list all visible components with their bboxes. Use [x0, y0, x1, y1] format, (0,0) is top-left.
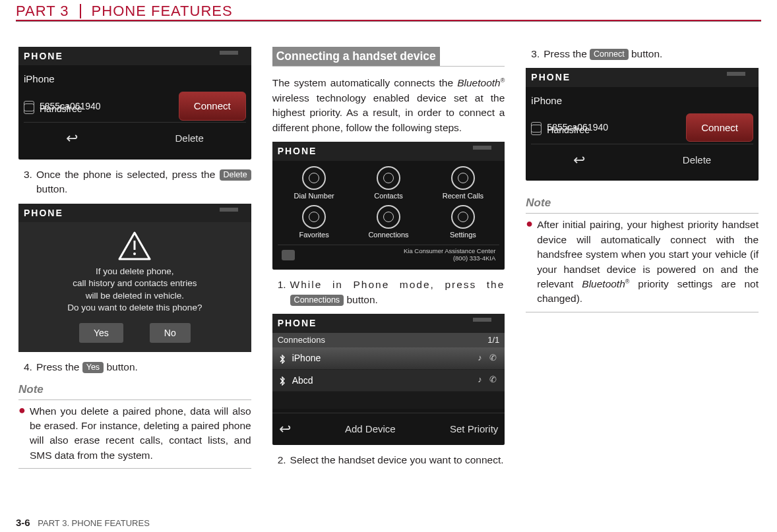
- column-1: PHONE iPhone 5855ca061940 Connect Handsf…: [18, 47, 251, 474]
- section-heading: Connecting a handset device: [272, 47, 440, 66]
- note-text: After initial pairing, your highest prio…: [537, 218, 759, 307]
- menu-favorites[interactable]: Favorites: [278, 204, 351, 242]
- screenshot-phone-connect-2: PHONE iPhone 5855ca061940 Connect Handsf…: [526, 68, 759, 181]
- header-rule-2: [16, 21, 761, 22]
- conn-title: Connections: [278, 334, 325, 347]
- footer-text: PART 3. PHONE FEATURES: [38, 518, 150, 528]
- status-icons: ♪ ✆: [478, 374, 499, 386]
- status-icons: ♪ ✆: [478, 352, 499, 365]
- note-heading: Note: [526, 195, 759, 214]
- step-2-select: 2. Select the handset device you want to…: [278, 453, 505, 467]
- step-1-connections: 1. While in Phone mode, press the Connec…: [278, 278, 505, 307]
- screenshot-phone-menu: PHONE Dial Number Contacts Recent Calls …: [272, 142, 505, 270]
- step-3-delete: 3. Once the phone is selected, press the…: [24, 167, 251, 197]
- conn-empty: [272, 392, 505, 409]
- bullet-icon: ●: [526, 218, 533, 307]
- svg-point-1: [133, 252, 136, 255]
- handsfree-icon: [24, 103, 34, 114]
- page-footer: 3-6 PART 3. PHONE FEATURES: [16, 517, 150, 528]
- page-header: PART 3 PHONE FEATURES: [0, 0, 777, 23]
- delete-pill: Delete: [220, 169, 251, 181]
- content-columns: PHONE iPhone 5855ca061940 Connect Handsf…: [0, 23, 777, 479]
- ss-handsfree: Handsfree: [547, 123, 590, 136]
- bluetooth-icon: [377, 205, 400, 229]
- handsfree-icon: [531, 125, 542, 135]
- star-icon: [302, 205, 326, 229]
- note-bullet: ● After initial pairing, your highest pr…: [526, 218, 759, 307]
- back-icon[interactable]: ↩: [573, 150, 585, 171]
- screenshot-phone-connect-1: PHONE iPhone 5855ca061940 Connect Handsf…: [18, 47, 251, 160]
- note-heading: Note: [18, 382, 251, 400]
- ss-device: iPhone: [531, 94, 562, 108]
- delete-button[interactable]: Delete: [175, 131, 203, 146]
- set-priority-button[interactable]: Set Priority: [450, 422, 498, 436]
- note-bullet: ● When you delete a paired phone, data w…: [18, 404, 251, 463]
- screenshot-connections: PHONE Connections1/1 iPhone ♪ ✆ Abcd ♪ ✆…: [272, 314, 505, 445]
- connect-button[interactable]: Connect: [686, 113, 753, 142]
- bluetooth-icon: [278, 376, 287, 385]
- gear-icon: [451, 205, 475, 229]
- warning-icon: [118, 231, 151, 260]
- conn-count: 1/1: [487, 334, 499, 347]
- menu-connections[interactable]: Connections: [352, 204, 425, 242]
- yes-pill: Yes: [82, 362, 104, 373]
- chapter-title: PHONE FEATURES: [92, 3, 233, 20]
- contacts-icon: [377, 166, 400, 190]
- intro-paragraph: The system automatically connects the Bl…: [272, 76, 505, 135]
- recent-icon: [451, 166, 475, 190]
- conn-row-1[interactable]: iPhone ♪ ✆: [272, 347, 505, 369]
- note-rule: [18, 468, 251, 469]
- connect-pill: Connect: [590, 49, 629, 60]
- ss-title: PHONE: [272, 142, 505, 160]
- ss-title: PHONE: [18, 204, 251, 222]
- part-label: PART 3: [16, 3, 80, 20]
- note-text: When you delete a paired phone, data wil…: [30, 404, 251, 463]
- page-number: 3-6: [16, 517, 30, 528]
- music-icon[interactable]: [282, 250, 295, 260]
- add-device-button[interactable]: Add Device: [345, 422, 396, 436]
- yes-button[interactable]: Yes: [79, 323, 123, 343]
- ss-title: PHONE: [526, 68, 759, 86]
- connect-button[interactable]: Connect: [179, 92, 246, 121]
- bluetooth-icon: [278, 354, 287, 363]
- menu-settings[interactable]: Settings: [426, 204, 499, 242]
- kia-assist-text: Kia Consumer Assistance Center(800) 333-…: [404, 248, 495, 262]
- column-3: 3. Press the Connect button. PHONE iPhon…: [526, 47, 759, 474]
- conn-row-2[interactable]: Abcd ♪ ✆: [272, 370, 505, 392]
- note-rule: [526, 312, 759, 312]
- ss-title: PHONE: [272, 314, 505, 332]
- ss-handsfree: Handsfree: [40, 102, 82, 115]
- ss-title: PHONE: [18, 47, 251, 65]
- menu-dial-number[interactable]: Dial Number: [278, 165, 351, 203]
- section-heading-wrap: Connecting a handset device: [272, 47, 505, 67]
- phone-icon: [302, 166, 326, 190]
- connections-pill: Connections: [290, 295, 344, 306]
- no-button[interactable]: No: [150, 323, 191, 343]
- step-3-connect: 3. Press the Connect button.: [531, 47, 759, 61]
- header-divider: [80, 4, 81, 18]
- menu-contacts[interactable]: Contacts: [352, 165, 425, 203]
- bullet-icon: ●: [18, 404, 26, 463]
- screenshot-delete-dialog: PHONE If you delete phone, call history …: [18, 204, 251, 352]
- dialog-text: If you delete phone, call history and co…: [25, 266, 245, 314]
- back-icon[interactable]: ↩: [279, 419, 291, 440]
- delete-button[interactable]: Delete: [683, 153, 711, 167]
- step-4-yes: 4. Press the Yes button.: [24, 360, 251, 374]
- menu-recent-calls[interactable]: Recent Calls: [426, 165, 499, 203]
- back-icon[interactable]: ↩: [66, 128, 78, 149]
- column-2: Connecting a handset device The system a…: [272, 47, 505, 474]
- ss-device: iPhone: [24, 72, 55, 86]
